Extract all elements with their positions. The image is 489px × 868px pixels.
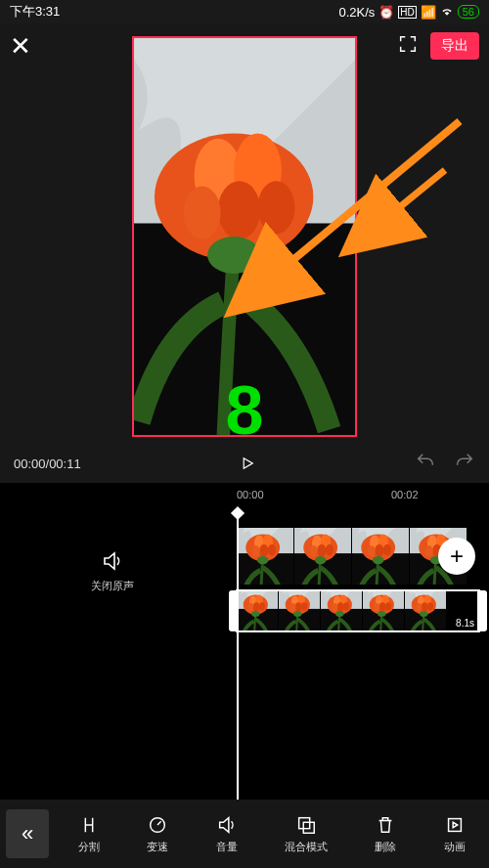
close-button[interactable]: ✕ <box>10 31 31 62</box>
ruler-tick: 00:02 <box>391 489 419 500</box>
svg-rect-14 <box>448 818 461 831</box>
audio-toggle[interactable]: 关闭原声 <box>0 549 225 593</box>
status-right: 0.2K/s ⏰ HD 📶 56 <box>338 4 479 21</box>
alarm-icon: ⏰ <box>378 5 394 20</box>
clip-thumb[interactable] <box>405 590 446 631</box>
tool-label: 变速 <box>147 840 168 854</box>
redo-button[interactable] <box>454 451 475 476</box>
tool-speed[interactable]: 变速 <box>147 814 168 854</box>
status-bar: 下午3:31 0.2K/s ⏰ HD 📶 56 <box>0 0 489 23</box>
tool-label: 混合模式 <box>285 840 328 854</box>
preview-frame[interactable]: 8 <box>132 36 357 437</box>
svg-rect-13 <box>303 822 314 833</box>
tool-label: 动画 <box>444 840 466 854</box>
export-button[interactable]: 导出 <box>430 32 479 60</box>
tool-blend[interactable]: 混合模式 <box>285 814 328 854</box>
add-clip-button[interactable]: + <box>438 538 475 575</box>
status-time: 下午3:31 <box>10 3 60 21</box>
tool-anim[interactable]: 动画 <box>444 814 466 854</box>
timeline-ruler: 00:00 00:02 <box>0 483 489 510</box>
clip-row-1[interactable]: + <box>237 528 479 585</box>
svg-rect-12 <box>299 817 310 828</box>
clip-duration: 8.1s <box>453 617 477 629</box>
toolbar-back-button[interactable]: « <box>6 809 49 858</box>
preview-area[interactable]: 8 <box>0 23 489 444</box>
play-button[interactable] <box>81 455 415 472</box>
tool-delete[interactable]: 删除 <box>375 814 396 854</box>
clip-thumb[interactable] <box>363 590 404 631</box>
hd-icon: HD <box>398 6 416 19</box>
tool-label: 音量 <box>216 840 238 854</box>
status-net: 0.2K/s <box>338 5 375 20</box>
clip-thumb[interactable] <box>237 590 278 631</box>
playback-row: 00:00/00:11 <box>0 444 489 483</box>
clip-thumb[interactable] <box>237 528 293 585</box>
mute-label: 关闭原声 <box>91 579 134 593</box>
clip-thumb[interactable] <box>279 590 320 631</box>
bottom-toolbar: « 分割 变速 音量 混合模式 删除 动画 <box>0 800 489 868</box>
clip-row-2[interactable]: 8.1s <box>237 590 479 631</box>
battery-icon: 56 <box>458 5 479 19</box>
tool-label: 删除 <box>375 840 396 854</box>
tool-split[interactable]: 分割 <box>78 814 100 854</box>
wifi-icon <box>440 4 454 21</box>
tool-volume[interactable]: 音量 <box>216 814 238 854</box>
clip-thumb[interactable] <box>321 590 362 631</box>
annotation-number: 8 <box>226 376 264 445</box>
top-bar: ✕ 导出 <box>0 23 489 68</box>
clip-thumb[interactable] <box>294 528 351 585</box>
clip-thumb[interactable] <box>352 528 409 585</box>
ruler-tick: 00:00 <box>237 489 264 500</box>
timeline[interactable]: 00:00 00:02 关闭原声 + 8.1s <box>0 483 489 800</box>
undo-button[interactable] <box>415 451 436 476</box>
time-label: 00:00/00:11 <box>14 456 81 471</box>
signal-icon: 📶 <box>421 5 436 20</box>
fullscreen-icon[interactable] <box>397 33 419 59</box>
tool-label: 分割 <box>78 840 100 854</box>
playhead[interactable] <box>237 510 239 800</box>
